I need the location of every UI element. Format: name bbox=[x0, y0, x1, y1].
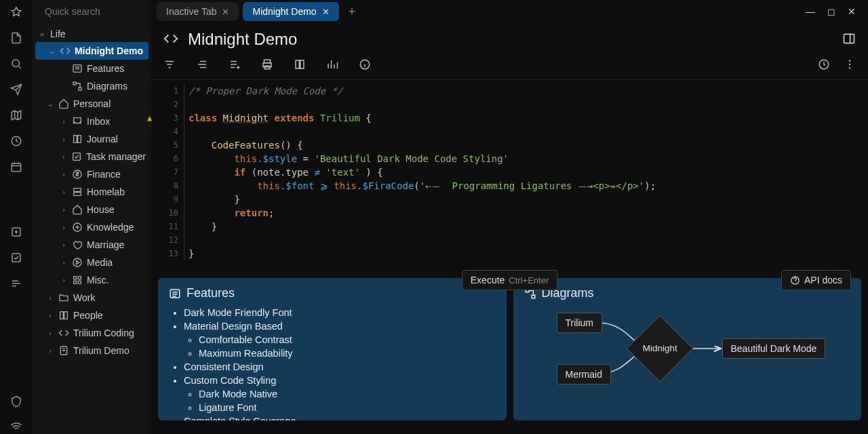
note-toolbar bbox=[151, 54, 868, 80]
new-tab-button[interactable]: + bbox=[343, 2, 361, 22]
diagram-node-mermaid: Mermaid bbox=[557, 364, 611, 384]
chevron-down-icon: ⌄ bbox=[49, 47, 56, 56]
chevron-right-icon: › bbox=[60, 135, 68, 143]
shield-icon[interactable] bbox=[9, 395, 23, 408]
feature-subitem: Ligature Font bbox=[199, 401, 496, 414]
tree-root-life[interactable]: » Life bbox=[33, 26, 151, 42]
execute-button[interactable]: Execute Ctrl+Enter bbox=[462, 270, 557, 290]
close-icon[interactable]: ✕ bbox=[222, 7, 229, 17]
search-icon[interactable] bbox=[9, 57, 23, 71]
revisions-icon[interactable] bbox=[818, 58, 830, 73]
tree-node-personal[interactable]: ⌄ Personal bbox=[33, 95, 151, 113]
svg-point-13 bbox=[73, 258, 81, 267]
page-title: Midnight Demo bbox=[188, 30, 297, 49]
send-icon[interactable] bbox=[9, 83, 23, 96]
tree-node-knowledge[interactable]: ›Knowledge bbox=[33, 218, 151, 236]
feature-item: Consistent Design bbox=[184, 360, 496, 374]
wifi-icon[interactable] bbox=[9, 420, 23, 434]
new-note-icon[interactable] bbox=[9, 31, 23, 45]
chevron-right-icon: › bbox=[60, 117, 68, 125]
svg-rect-7 bbox=[79, 87, 81, 90]
tree-node-trilium-demo[interactable]: ›Trilium Demo bbox=[33, 342, 151, 359]
tree-node-misc.[interactable]: ›Misc. bbox=[33, 271, 151, 289]
minimize-icon[interactable]: — bbox=[806, 6, 815, 17]
chevron-double-icon: » bbox=[38, 30, 46, 38]
tree-node-media[interactable]: ›Media bbox=[33, 254, 151, 271]
search-input[interactable] bbox=[45, 6, 163, 17]
indent-icon[interactable] bbox=[196, 58, 208, 73]
diagram-icon bbox=[72, 80, 83, 92]
tree-node-diagrams[interactable]: Diagrams bbox=[33, 77, 151, 95]
home-icon bbox=[58, 98, 69, 110]
code-editor[interactable]: ▲ 12345678910111213 /* Proper Dark Mode … bbox=[163, 84, 856, 260]
print-icon[interactable] bbox=[261, 58, 273, 73]
tree-node-finance[interactable]: ›Finance bbox=[33, 165, 151, 183]
chevron-right-icon: › bbox=[60, 205, 68, 214]
feature-item: Material Design BasedComfortable Contras… bbox=[184, 319, 496, 360]
more-icon[interactable] bbox=[844, 58, 856, 73]
tab-active[interactable]: Midnight Demo ✕ bbox=[243, 2, 338, 21]
tree-node-midnight-demo[interactable]: ⌄ Midnight Demo bbox=[35, 42, 149, 60]
tree-node-trilium-coding[interactable]: ›Trilium Coding bbox=[33, 324, 151, 342]
chevron-right-icon: › bbox=[60, 170, 68, 178]
tree-node-inbox[interactable]: ›Inbox bbox=[33, 113, 151, 130]
svg-rect-15 bbox=[78, 277, 81, 279]
icon-rail bbox=[0, 0, 33, 434]
chevron-right-icon: › bbox=[60, 153, 67, 161]
svg-rect-6 bbox=[73, 82, 76, 85]
svg-point-26 bbox=[849, 67, 850, 68]
info-icon[interactable] bbox=[359, 58, 371, 73]
tree-node-work[interactable]: ›Work bbox=[33, 289, 151, 307]
chevron-right-icon: › bbox=[46, 311, 54, 319]
tree-node-people[interactable]: ›People bbox=[33, 307, 151, 324]
chevron-right-icon: › bbox=[60, 241, 68, 249]
svg-rect-11 bbox=[74, 193, 81, 196]
close-window-icon[interactable]: ✕ bbox=[848, 6, 856, 17]
code-icon bbox=[60, 45, 71, 57]
split-icon[interactable] bbox=[842, 32, 856, 47]
book-icon[interactable] bbox=[294, 58, 306, 73]
chevron-right-icon: › bbox=[46, 294, 54, 302]
svg-rect-1 bbox=[12, 163, 21, 172]
tree-node-house[interactable]: ›House bbox=[33, 201, 151, 218]
code-icon bbox=[163, 31, 178, 48]
tree-node-task-manager[interactable]: ›Task manager bbox=[33, 148, 151, 165]
task-add-icon[interactable] bbox=[9, 225, 23, 239]
map-icon[interactable] bbox=[9, 108, 23, 122]
diagrams-panel: Diagrams Trilium Mermaid Midnight Beauti… bbox=[513, 278, 862, 420]
add-list-icon[interactable] bbox=[229, 58, 241, 73]
tree-node-homelab[interactable]: ›Homelab bbox=[33, 183, 151, 201]
maximize-icon[interactable]: ◻ bbox=[827, 6, 835, 17]
tree-node-features[interactable]: Features bbox=[33, 60, 151, 77]
quick-search[interactable] bbox=[33, 0, 151, 23]
svg-rect-3 bbox=[12, 254, 20, 262]
checklist-icon[interactable] bbox=[9, 251, 23, 264]
main-area: Inactive Tab ✕ Midnight Demo ✕ + — ◻ ✕ M… bbox=[151, 0, 868, 434]
calendar-icon[interactable] bbox=[9, 160, 23, 174]
filter-icon[interactable] bbox=[163, 58, 176, 73]
chart-icon[interactable] bbox=[326, 58, 338, 73]
svg-rect-14 bbox=[74, 277, 77, 279]
chevron-down-icon: ⌄ bbox=[46, 100, 54, 108]
chevron-right-icon: › bbox=[46, 329, 54, 337]
list-icon bbox=[72, 62, 83, 75]
svg-rect-10 bbox=[74, 189, 81, 192]
chevron-right-icon: › bbox=[60, 258, 68, 267]
svg-rect-16 bbox=[74, 281, 77, 283]
tree-node-journal[interactable]: ›Journal bbox=[33, 130, 151, 148]
diagram-node-trilium: Trilium bbox=[557, 313, 602, 333]
feature-item: Dark Mode Friendly Font bbox=[184, 306, 496, 319]
api-docs-button[interactable]: API docs bbox=[781, 270, 851, 290]
svg-rect-30 bbox=[532, 295, 535, 298]
chevron-right-icon: › bbox=[60, 188, 68, 196]
warning-icon: ▲ bbox=[147, 111, 152, 125]
chevron-right-icon: › bbox=[60, 276, 68, 284]
logo-icon[interactable] bbox=[9, 5, 23, 19]
tab-inactive[interactable]: Inactive Tab ✕ bbox=[157, 2, 239, 21]
format-icon[interactable] bbox=[9, 277, 23, 290]
tree-node-marriage[interactable]: ›Marriage bbox=[33, 236, 151, 254]
title-bar: Midnight Demo bbox=[151, 23, 868, 54]
close-icon[interactable]: ✕ bbox=[322, 7, 330, 17]
tab-bar: Inactive Tab ✕ Midnight Demo ✕ + — ◻ ✕ bbox=[151, 0, 868, 23]
history-icon[interactable] bbox=[9, 134, 23, 148]
